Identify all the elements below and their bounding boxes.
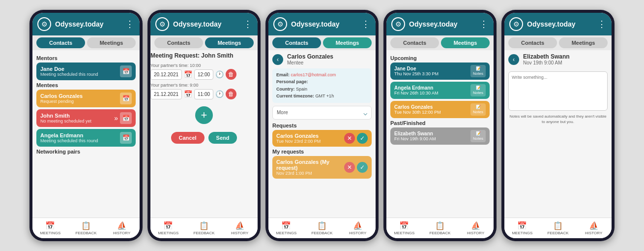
phone2-date-2[interactable]: 21.12.2021	[150, 89, 182, 99]
phone3-email[interactable]: carlos17@hotmail.com	[291, 72, 336, 77]
phone1-john-sub: No meeting scheduled yet	[40, 119, 91, 124]
phone1-carlos-cal-icon: 📅	[120, 93, 132, 104]
phone1-jane-sub: Meeting scheduled this round	[40, 72, 98, 77]
phone2-time-1[interactable]: 12:00	[194, 69, 213, 80]
phone4-elizabeth-notes-label: Notes	[473, 136, 483, 141]
phone3-request-carlos: Carlos Gonzales Tue Nov 23rd 2:00 PM ✕ ✓	[272, 130, 372, 147]
phone1-feedback-icon: 📋	[81, 221, 91, 230]
phone5-nav-feedback[interactable]: 📋 FEEDBACK	[540, 220, 576, 236]
phone1-card-janedoe[interactable]: Jane Doe Meeting scheduled this round 📅	[36, 63, 136, 80]
phone-3: ⚙ Odyssey.today ⋮ Contacts Meetings ‹ Ca…	[265, 10, 379, 241]
phone5-bottom-nav: 📅 MEETINGS 📋 FEEDBACK ⛵ HISTORY	[504, 218, 612, 238]
phone5-nav-history[interactable]: ⛵ HISTORY	[576, 220, 612, 236]
phone3-myreq-name: Carlos Gonzales (My request)	[276, 159, 344, 171]
phone1-card-johnsmith[interactable]: John Smith No meeting scheduled yet » 📅	[36, 109, 136, 127]
phone2-tab-meetings[interactable]: Meetings	[205, 37, 254, 48]
phone1-card-carlos[interactable]: Carlos Gonzales Request pending 📅	[36, 90, 136, 107]
phone3-accept-button[interactable]: ✓	[357, 133, 368, 144]
phone2-time-2[interactable]: 11:00	[194, 89, 213, 99]
phone2-header: ⚙ Odyssey.today ⋮	[150, 13, 258, 35]
phone2-nav-meetings[interactable]: 📅 MEETINGS	[150, 220, 186, 236]
phone4-carlos-notes-button[interactable]: 📝 Notes	[470, 103, 486, 116]
phone4-meeting-carlos[interactable]: Carlos Gonzales Tue Nov 30th 12:00 PM 📝 …	[390, 101, 490, 118]
phone4-carlos-notes-label: Notes	[473, 110, 483, 114]
phone1-tab-contacts[interactable]: Contacts	[36, 37, 85, 48]
phone5-menu-icon[interactable]: ⋮	[597, 19, 607, 30]
phone3-nav-history[interactable]: ⛵ HISTORY	[340, 220, 376, 236]
phone3-tab-contacts[interactable]: Contacts	[272, 37, 321, 48]
phone2-time-row-1: 20.12.2021 📅 12:00 🕐 🗑	[150, 69, 258, 80]
phone3-myreq-ok-button[interactable]: ✓	[357, 162, 368, 173]
phone5-notes-textarea[interactable]	[508, 71, 608, 111]
phone4-logo-icon: ⚙	[391, 17, 405, 31]
phone3-tab-meetings[interactable]: Meetings	[323, 37, 372, 48]
phone2-delete-slot2-button[interactable]: 🗑	[226, 89, 236, 99]
phone4-meeting-elizabeth[interactable]: Elizabeth Swann Fri Nov 19th 9:00 AM 📝 N…	[390, 127, 490, 145]
phone1-nav-history-label: HISTORY	[113, 231, 130, 235]
phone4-meetings-icon: 📅	[399, 221, 409, 230]
phone5-logo-icon: ⚙	[509, 17, 523, 31]
phone2-cal-icon-2: 📅	[184, 90, 192, 98]
phone3-nav-meetings[interactable]: 📅 MEETINGS	[268, 220, 304, 236]
phone2-partner-time-2: Your partner's time: 9:00	[150, 83, 258, 88]
phone3-more-row[interactable]: More ⌵	[272, 106, 372, 120]
phone3-header: ⚙ Odyssey.today ⋮	[268, 13, 376, 35]
phone5-notes-info: Notes will be saved automatically and th…	[508, 114, 608, 125]
phone1-john-cal-icon: 📅	[120, 112, 132, 124]
phone3-reject-button[interactable]: ✕	[344, 133, 355, 144]
phone2-meetings-icon: 📅	[163, 221, 173, 230]
phone4-angela-notes-label: Notes	[473, 91, 483, 95]
phone4-nav-feedback-label: FEEDBACK	[429, 231, 450, 235]
phone4-menu-icon[interactable]: ⋮	[479, 19, 489, 30]
phone1-nav-feedback[interactable]: 📋 FEEDBACK	[68, 220, 104, 236]
phone3-back-button[interactable]: ‹	[272, 54, 283, 65]
phone5-tab-contacts[interactable]: Contacts	[508, 37, 557, 48]
phone4-elizabeth-time: Fri Nov 19th 9:00 AM	[394, 136, 436, 141]
phone3-menu-icon[interactable]: ⋮	[361, 19, 371, 30]
phone1-card-angela[interactable]: Angela Erdmann Meeting scheduled this ro…	[36, 129, 136, 147]
phone2-cal-icon-1: 📅	[184, 70, 192, 78]
phone3-history-icon: ⛵	[353, 221, 363, 230]
phone4-nav-history[interactable]: ⛵ HISTORY	[458, 220, 494, 236]
phone1-bottom-nav: 📅 MEETINGS 📋 FEEDBACK ⛵ HISTORY	[32, 218, 140, 238]
phone4-past-label: Past/Finished	[390, 120, 490, 126]
phone5-tab-meetings[interactable]: Meetings	[559, 37, 608, 48]
phone2-date-1[interactable]: 20.12.2021	[150, 69, 182, 80]
phone1-nav-feedback-label: FEEDBACK	[75, 231, 96, 235]
phone5-back-button[interactable]: ‹	[508, 54, 519, 65]
phone4-nav-feedback[interactable]: 📋 FEEDBACK	[422, 220, 458, 236]
phone1-nav-history[interactable]: ⛵ HISTORY	[104, 220, 140, 236]
phone1-meetings-icon: 📅	[45, 221, 55, 230]
phone1-nav-meetings[interactable]: 📅 MEETINGS	[32, 220, 68, 236]
phone1-mentees-label: Mentees	[36, 82, 136, 88]
phone4-angela-notes-button[interactable]: 📝 Notes	[470, 84, 486, 96]
phone2-cancel-button[interactable]: Cancel	[171, 132, 205, 144]
phone2-send-button[interactable]: Send	[208, 132, 237, 144]
phone5-nav-meetings[interactable]: 📅 MEETINGS	[504, 220, 540, 236]
phone1-networking-label: Networking pairs	[36, 149, 136, 155]
phone4-meeting-jane[interactable]: Jane Doe Thu Nov 25th 3:30 PM 📝 Notes	[390, 63, 490, 80]
phone2-clock-icon-1: 🕐	[215, 70, 224, 78]
phone2-delete-slot1-button[interactable]: 🗑	[226, 69, 236, 80]
phone4-jane-notes-button[interactable]: 📝 Notes	[470, 65, 486, 77]
phone3-nav-feedback[interactable]: 📋 FEEDBACK	[304, 220, 340, 236]
phone4-nav-meetings[interactable]: 📅 MEETINGS	[386, 220, 422, 236]
phone4-elizabeth-notes-button[interactable]: 📝 Notes	[470, 130, 486, 142]
phone1-header: ⚙ Odyssey.today ⋮	[32, 13, 140, 35]
phone2-add-slot-button[interactable]: +	[195, 106, 213, 124]
phone1-body: Mentors Jane Doe Meeting scheduled this …	[32, 50, 140, 218]
phone1-logo-icon: ⚙	[37, 17, 51, 31]
phone4-tab-meetings[interactable]: Meetings	[441, 37, 490, 48]
phone2-tab-contacts[interactable]: Contacts	[154, 37, 203, 48]
phone2-nav-feedback[interactable]: 📋 FEEDBACK	[186, 220, 222, 236]
phone1-tab-meetings[interactable]: Meetings	[87, 37, 136, 48]
phone2-nav-history[interactable]: ⛵ HISTORY	[222, 220, 258, 236]
phone2-menu-icon[interactable]: ⋮	[243, 19, 253, 30]
phone4-meeting-angela[interactable]: Angela Erdmann Fri Nov 26th 10:30 AM 📝 N…	[390, 82, 490, 99]
phone3-personal-row: Personal page:	[276, 78, 368, 85]
phone3-tab-bar: Contacts Meetings	[268, 35, 376, 50]
phone3-myreq-cancel-button[interactable]: ✕	[344, 162, 355, 173]
phone4-jane-time: Thu Nov 25th 3:30 PM	[394, 71, 439, 76]
phone1-menu-icon[interactable]: ⋮	[125, 19, 135, 30]
phone4-tab-contacts[interactable]: Contacts	[390, 37, 439, 48]
